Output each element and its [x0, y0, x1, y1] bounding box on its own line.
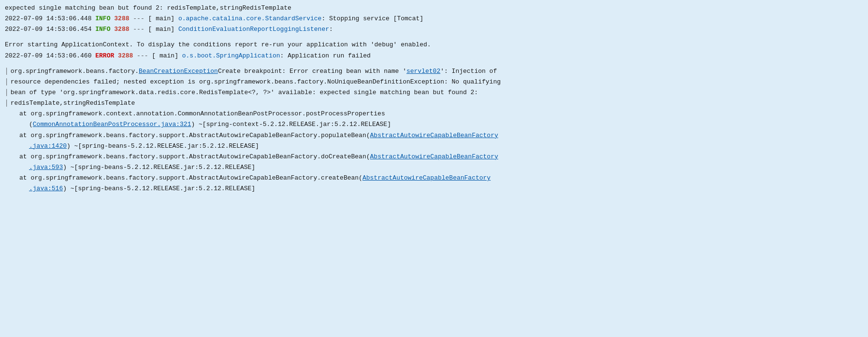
log-level: INFO — [95, 25, 110, 34]
abstract-autowire-docreate-link[interactable]: AbstractAutowireCapableBeanFactory — [370, 152, 498, 162]
abstract-autowire-docreate-line-link[interactable]: .java:593 — [29, 163, 63, 172]
log-date: 2022-07-09 14:53:06.460 — [5, 51, 91, 61]
log-class: o.apache.catalina.core.StandardService — [178, 14, 321, 24]
blank-line-2 — [5, 61, 863, 66]
log-sep: --- — [137, 51, 148, 61]
arrow-marker: │ — [5, 67, 9, 76]
console-output: expected single matching bean but found … — [0, 0, 868, 337]
log-text: expected single matching bean but found … — [5, 3, 291, 13]
exception-text: resource dependencies failed; nested exc… — [11, 77, 501, 87]
abstract-autowire-create-line-link[interactable]: .java:516 — [29, 184, 63, 194]
log-sep: --- — [133, 25, 144, 34]
servlet02-link[interactable]: servlet02 — [406, 67, 440, 76]
exception-text: redisTemplate,stringRedisTemplate — [11, 98, 135, 108]
stack-line-2: (CommonAnnotationBeanPostProcessor.java:… — [5, 119, 863, 130]
log-message: : Stopping service [Tomcat] — [321, 14, 423, 24]
exception-suffix: ': Injection of — [440, 67, 497, 76]
log-line-2: 2022-07-09 14:53:06.448 INFO 3288 --- [ … — [5, 14, 863, 24]
log-date: 2022-07-09 14:53:06.454 — [5, 25, 91, 34]
log-sep: --- — [133, 14, 144, 24]
log-pid: 3288 — [118, 51, 133, 61]
log-thread: [ main] — [148, 25, 175, 34]
stack-text: at org.springframework.context.annotatio… — [19, 109, 385, 119]
common-annotation-link[interactable]: CommonAnnotationBeanPostProcessor.java:3… — [33, 120, 191, 129]
log-level: ERROR — [95, 51, 114, 61]
abstract-autowire-populate-line-link[interactable]: .java:1420 — [29, 141, 67, 151]
stack-suffix: ) ~[spring-beans-5.2.12.RELEASE.jar:5.2.… — [67, 141, 259, 151]
stack-open-paren: ( — [29, 120, 33, 129]
stack-line-7: at org.springframework.beans.factory.sup… — [5, 173, 863, 183]
abstract-autowire-create-link[interactable]: AbstractAutowireCapableBeanFactory — [362, 173, 491, 183]
bean-creation-exception-link[interactable]: BeanCreationException — [139, 67, 218, 76]
log-line-6: 2022-07-09 14:53:06.460 ERROR 3288 --- [… — [5, 51, 863, 61]
arrow-marker: │ — [5, 88, 9, 98]
log-class: o.s.boot.SpringApplication — [182, 51, 280, 61]
stack-text: at org.springframework.beans.factory.sup… — [19, 131, 370, 140]
log-thread: [ main] — [152, 51, 178, 61]
log-line-5: Error starting ApplicationContext. To di… — [5, 40, 863, 50]
log-level: INFO — [95, 14, 110, 24]
exception-body-2: │ bean of type 'org.springframework.data… — [5, 87, 863, 98]
log-pid: 3288 — [114, 25, 129, 34]
log-line-3: 2022-07-09 14:53:06.454 INFO 3288 --- [ … — [5, 24, 863, 35]
stack-line-6: .java:593) ~[spring-beans-5.2.12.RELEASE… — [5, 162, 863, 173]
stack-line-3: at org.springframework.beans.factory.sup… — [5, 130, 863, 141]
stack-line-8: .java:516) ~[spring-beans-5.2.12.RELEASE… — [5, 183, 863, 194]
stack-line-4: .java:1420) ~[spring-beans-5.2.12.RELEAS… — [5, 141, 863, 152]
log-line-1: expected single matching bean but found … — [5, 3, 863, 14]
stack-text: at org.springframework.beans.factory.sup… — [19, 152, 370, 162]
arrow-marker: │ — [5, 98, 9, 108]
exception-header-line: │ org.springframework.beans.factory.Bean… — [5, 66, 863, 77]
arrow-marker: │ — [5, 77, 9, 87]
log-date: 2022-07-09 14:53:06.448 — [5, 14, 91, 24]
abstract-autowire-populate-link[interactable]: AbstractAutowireCapableBeanFactory — [370, 131, 498, 140]
exception-colon: : Error creating bean with name ' — [282, 67, 406, 76]
blank-line — [5, 35, 863, 40]
log-pid: 3288 — [114, 14, 129, 24]
log-message: : — [329, 25, 333, 34]
stack-line-5: at org.springframework.beans.factory.sup… — [5, 152, 863, 162]
exception-create-bp: Create breakpoint — [218, 67, 282, 76]
exception-prefix: org.springframework.beans.factory. — [11, 67, 139, 76]
stack-line-1: at org.springframework.context.annotatio… — [5, 109, 863, 119]
stack-text: at org.springframework.beans.factory.sup… — [19, 173, 362, 183]
stack-suffix: ) ~[spring-beans-5.2.12.RELEASE.jar:5.2.… — [63, 163, 255, 172]
exception-body-1: │ resource dependencies failed; nested e… — [5, 77, 863, 87]
log-class: ConditionEvaluationReportLoggingListener — [178, 25, 329, 34]
stack-suffix: ) ~[spring-context-5.2.12.RELEASE.jar:5.… — [191, 120, 391, 129]
exception-body-3: │ redisTemplate,stringRedisTemplate — [5, 98, 863, 109]
log-message: : Application run failed — [280, 51, 371, 61]
log-text: Error starting ApplicationContext. To di… — [5, 40, 431, 50]
stack-suffix: ) ~[spring-beans-5.2.12.RELEASE.jar:5.2.… — [63, 184, 255, 194]
exception-text: bean of type 'org.springframework.data.r… — [11, 88, 478, 98]
log-thread: [ main] — [148, 14, 175, 24]
